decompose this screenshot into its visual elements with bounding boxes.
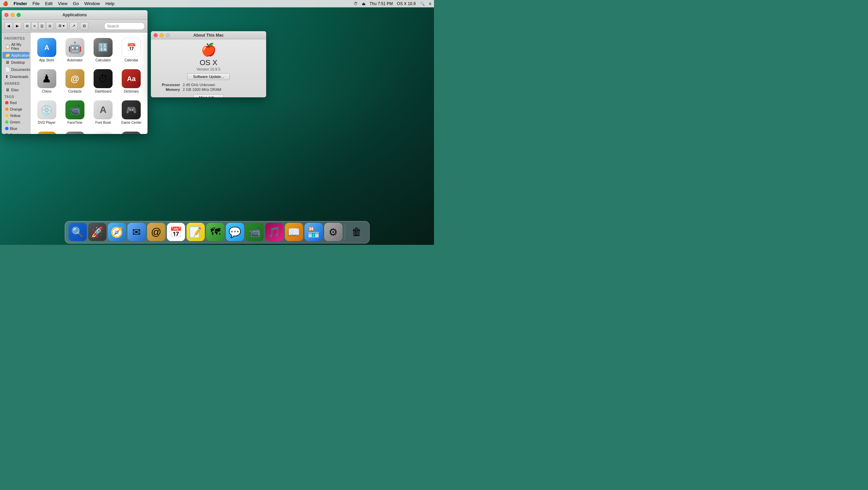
icon-view-button[interactable]: ⊞ [23,22,31,30]
tag-orange-dot [5,107,8,111]
dock-safari[interactable]: 🧭 [108,223,126,241]
file-grid: A App Store 🤖 Automator 🔢 [31,33,147,134]
finder-window: Applications ◀ ▶ ⊞ ≡ ||| ⊟ ⚙ ▾ ↗ ⊟ FAVOR… [2,10,147,134]
app-item-imagecapture[interactable]: 📷 Image Capture [62,130,87,134]
view-buttons: ⊞ ≡ ||| ⊟ [23,22,54,30]
notification-icon[interactable]: ≡ [429,1,431,6]
tag-green-label: Green [10,120,20,124]
close-button[interactable] [4,13,8,17]
app-item-gamecenter[interactable]: 🎮 Game Center [119,98,144,127]
dock-ibooks[interactable]: 📖 [285,223,303,241]
tag-yellow-label: Yellow [10,114,20,118]
app-item-appstore[interactable]: A App Store [34,36,59,64]
dock-itunes[interactable]: 🎵 [265,223,283,241]
app-item-automator[interactable]: 🤖 Automator [62,36,87,64]
app-item-fontbook[interactable]: A Font Book [91,98,116,127]
share-button[interactable]: ⊟ [80,22,88,30]
desktop-icon: 🖥 [5,60,10,65]
arrange-button[interactable]: ⚙ ▾ [56,22,67,30]
contacts-icon: @ [65,69,84,88]
sidebar-item-tag-yellow[interactable]: Yellow [2,113,29,119]
dock-separator [345,224,345,239]
tag-yellow-dot [5,114,8,117]
sidebar-item-tag-green[interactable]: Green [2,119,29,125]
dock-trash[interactable]: 🗑 [348,223,366,241]
dock-facetime[interactable]: 📹 [245,223,264,241]
sidebar-item-tag-orange[interactable]: Orange [2,106,29,112]
window-menu[interactable]: Window [84,1,100,6]
app-item-chess[interactable]: ♟ Chess [34,67,59,96]
applications-icon: 📁 [5,53,10,58]
sidebar-item-all-my-files[interactable]: 📋 All My Files [2,41,29,52]
software-update-button[interactable]: Software Update... [187,73,230,80]
calendar-dock-icon: 📅 [170,226,182,238]
documents-icon: 📄 [5,67,10,72]
tags-header: TAGS [2,94,30,99]
app-item-itunes[interactable]: 🎵 iTunes [91,130,116,134]
appstore-icon: A [37,38,56,57]
clock-display: Thu 7:51 PM [370,1,393,6]
sidebar-item-desktop[interactable]: 🖥 Desktop [2,59,29,66]
app-item-dashboard[interactable]: ⏱ Dashboard [91,67,116,96]
dock-calendar[interactable]: 📅 [167,223,185,241]
about-minimize-button[interactable] [160,33,164,37]
search-input[interactable] [104,22,145,30]
back-button[interactable]: ◀ [4,22,13,30]
app-item-ibooks[interactable]: 📖 iBooks [34,130,59,134]
facetime-icon: 📹 [65,100,84,119]
column-view-button[interactable]: ||| [38,22,46,30]
go-menu[interactable]: Go [73,1,79,6]
help-menu[interactable]: Help [105,1,115,6]
calculator-icon: 🔢 [94,38,113,57]
app-item-dvdplayer[interactable]: 💿 DVD Player [34,98,59,127]
dock-contacts[interactable]: @ [147,223,165,241]
dock-maps[interactable]: 🗺 [206,223,224,241]
action-button[interactable]: ↗ [70,22,78,30]
documents-label: Documents [11,67,30,72]
about-close-button[interactable] [154,33,158,37]
app-item-facetime[interactable]: 📹 FaceTime [62,98,87,127]
forward-button[interactable]: ▶ [13,22,21,30]
dock-mail[interactable]: ✉ [127,223,146,241]
safari-dock-icon: 🧭 [111,226,123,238]
app-item-contacts[interactable]: @ Contacts [62,67,87,96]
cover-view-button[interactable]: ⊟ [46,22,54,30]
sidebar-item-downloads[interactable]: ⬇ Downloads [2,73,29,80]
dock-launchpad[interactable]: 🚀 [88,223,106,241]
list-view-button[interactable]: ≡ [31,22,38,30]
memory-label: Memory [156,87,180,92]
sysprefs-dock-icon: ⚙ [329,226,338,238]
sidebar-item-applications[interactable]: 📁 Applications [2,52,29,59]
file-menu[interactable]: File [33,1,40,6]
dock-appstore[interactable]: 🏪 [304,223,323,241]
dock-sysprefs[interactable]: ⚙ [324,223,342,241]
appstore-label: App Store [39,58,54,62]
tag-purple-dot [5,133,8,134]
dock-messages[interactable]: 💬 [226,223,244,241]
app-item-calculator[interactable]: 🔢 Calculator [91,36,116,64]
sidebar-item-documents[interactable]: 📄 Documents [2,66,29,73]
dock-finder[interactable]: 🔍 [68,223,87,241]
sidebar-item-tag-purple[interactable]: Purple [2,132,29,134]
sidebar-item-tag-blue[interactable]: Blue [2,125,29,132]
maximize-button[interactable] [17,13,21,17]
finder-titlebar: Applications [2,10,147,20]
more-info-button[interactable]: More Info... [193,94,224,97]
app-item-launchpad[interactable]: 🚀 Launchpad [119,130,144,134]
sidebar-item-tag-red[interactable]: Red [2,100,29,106]
dictionary-icon: Aa [122,69,141,88]
edit-menu[interactable]: Edit [45,1,53,6]
minimize-button[interactable] [11,13,15,17]
dock-notes[interactable]: 📝 [186,223,205,241]
apple-menu[interactable]: 🍎 [3,1,8,6]
ibooks-icon: 📖 [37,132,56,134]
grid-content: A App Store 🤖 Automator 🔢 [34,36,144,134]
app-item-calendar[interactable]: 📅 Calendar [119,36,144,64]
search-icon[interactable]: 🔍 [420,1,425,6]
app-item-dictionary[interactable]: Aa Dictionary [119,67,144,96]
finder-menu[interactable]: Finder [14,1,27,6]
sidebar-item-elan[interactable]: 🖥 Elan [2,86,29,93]
view-menu[interactable]: View [58,1,67,6]
calculator-label: Calculator [96,58,111,62]
facetime-label: FaceTime [67,121,82,125]
